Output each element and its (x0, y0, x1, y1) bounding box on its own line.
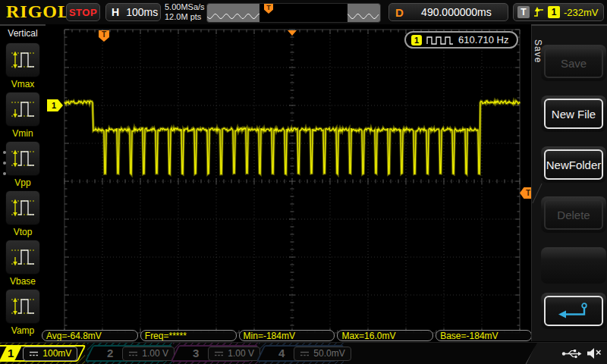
vmin-pulse-icon (10, 99, 36, 120)
right-menu: Save SaveNew FileNewFolderDelete (531, 26, 607, 341)
measurement-readout: Freq=***** (140, 330, 237, 341)
counter-value: 610.710 Hz (458, 34, 509, 46)
acquisition-info: 5.00MSa/s 12.0M pts (165, 2, 205, 22)
usb-icon (561, 348, 582, 359)
channel-tab-content[interactable]: 4 50.0mV (268, 345, 348, 362)
channel-scale-box: 50.0mV (294, 347, 351, 361)
vmin-button[interactable] (5, 92, 40, 127)
rising-edge-icon (533, 6, 544, 18)
run-state-badge[interactable]: STOP (66, 3, 100, 21)
channel-number: 1 (0, 347, 22, 360)
sidebar-item-vtop[interactable]: Vtop (0, 190, 46, 240)
horizontal-label: H (112, 6, 119, 18)
channel-scale-value: 100mV (42, 348, 71, 359)
vpp-pulse-icon (10, 148, 36, 169)
sidebar-item-label: Vmax (0, 79, 46, 89)
waveform-display: T 1 T 1 610.710 Hz Avg=-64.8mVFreq=*****… (46, 24, 531, 342)
channel-scale-value: 50.0mV (313, 348, 344, 359)
measurement-readout: Base=-184mV (436, 330, 532, 341)
measurement-readout: Avg=-64.8mV (42, 330, 138, 341)
channel-number: 4 (271, 347, 293, 360)
timebase-value: 100ms (126, 6, 158, 18)
counter-channel-badge: 1 (411, 35, 422, 46)
memory-position-bar: T (206, 3, 381, 23)
menu-slot: Delete (541, 196, 606, 233)
menu-button-delete[interactable]: Delete (544, 199, 603, 230)
channel-tab-content[interactable]: 1 100mV (0, 345, 85, 362)
sidebar-item-label: Vamp (0, 325, 46, 336)
left-menu-items: Vmax Vmin Vpp Vtop Vbase Vamp (0, 42, 46, 338)
channel-number-text: 1 (8, 347, 14, 360)
delay-value: 490.000000ms (421, 6, 492, 18)
menu-button-return[interactable] (544, 296, 603, 326)
status-icon-panel (525, 343, 607, 364)
menu-button-newfolder[interactable]: NewFolder (544, 149, 603, 180)
sidebar-item-vmax[interactable]: Vmax (0, 42, 46, 92)
channel-status-bar: 1 100mV2 1.00 V3 1.00 V4 50.0mV (0, 342, 607, 364)
return-arrow-icon (556, 301, 591, 321)
sidebar-item-vpp[interactable]: Vpp (0, 141, 46, 190)
channel-scale-box: 1.00 V (208, 347, 260, 361)
menu-slot: NewFolder (541, 146, 606, 183)
menu-button-new-file[interactable]: New File (544, 99, 603, 129)
trigger-box[interactable]: T 1 -232mV (513, 3, 604, 21)
sidebar-item-label: Vbase (0, 276, 46, 287)
center-delay-marker-icon (288, 30, 297, 36)
menu-slot (541, 247, 606, 284)
measurement-readout: Max=16.0mV (337, 330, 433, 341)
vbase-pulse-icon (10, 246, 36, 268)
dc-coupling-icon (214, 350, 224, 357)
sidebar-item-vmin[interactable]: Vmin (0, 92, 46, 141)
vtop-button[interactable] (5, 190, 40, 225)
channel-number-text: 2 (107, 347, 113, 360)
vpp-button[interactable] (5, 141, 40, 176)
sidebar-item-vamp[interactable]: Vamp (0, 289, 46, 338)
sidebar-item-label: Vpp (0, 177, 46, 188)
vmax-button[interactable] (5, 42, 40, 77)
trigger-label: T (517, 6, 530, 18)
dc-coupling-icon (300, 350, 310, 357)
horizontal-timebase-box[interactable]: H 100ms (105, 3, 161, 21)
speaker-muted-icon (587, 347, 602, 359)
memory-depth: 12.0M pts (165, 12, 205, 22)
square-wave-icon (426, 36, 454, 45)
left-menu-title: Vertical (0, 26, 46, 39)
sample-rate: 5.00MSa/s (165, 2, 205, 12)
frequency-counter: 1 610.710 Hz (404, 31, 518, 49)
top-status-bar: RIGOL STOP H 100ms 5.00MSa/s 12.0M pts T… (0, 0, 607, 26)
sidebar-item-vbase[interactable]: Vbase (0, 240, 46, 289)
channel-scale-box: 100mV (23, 347, 77, 361)
status-panel-divider (524, 341, 537, 364)
vmax-pulse-icon (10, 49, 36, 71)
menu-slot: Save (541, 45, 606, 81)
trigger-level-value: -232mV (564, 7, 599, 18)
dc-coupling-icon (29, 350, 39, 357)
channel-tab-content[interactable]: 2 1.00 V (96, 345, 176, 362)
menu-page-dot (3, 162, 6, 165)
sidebar-item-label: Vtop (0, 227, 46, 237)
channel-number: 2 (99, 347, 121, 360)
menu-slot: New File (541, 96, 606, 132)
measurement-readout: Min=-184mV (239, 330, 335, 341)
rigol-logo: RIGOL (6, 2, 71, 22)
vbase-button[interactable] (5, 240, 40, 275)
menu-page-dot (3, 172, 6, 175)
channel-number: 3 (185, 347, 207, 360)
channel-scale-value: 1.00 V (142, 348, 168, 359)
trigger-source-badge: 1 (548, 6, 560, 18)
channel-number-text: 4 (278, 347, 285, 360)
vamp-button[interactable] (5, 289, 40, 324)
channel-number-text: 3 (193, 347, 199, 360)
menu-button-save[interactable]: Save (544, 48, 603, 78)
ch1-waveform-trace (46, 24, 531, 342)
channel-tab-content[interactable]: 3 1.00 V (182, 345, 262, 362)
menu-page-dot (3, 151, 6, 154)
vtop-pulse-icon (10, 197, 36, 218)
delay-box[interactable]: D 490.000000ms (388, 3, 508, 21)
sidebar-item-label: Vmin (0, 128, 46, 139)
left-menu: Vertical Vmax Vmin Vpp Vtop Vbase Vamp (0, 26, 46, 341)
channel-scale-value: 1.00 V (228, 348, 254, 359)
delay-label: D (395, 6, 404, 19)
oscilloscope-screen: RIGOL STOP H 100ms 5.00MSa/s 12.0M pts T… (0, 0, 607, 364)
channel-scale-box: 1.00 V (122, 347, 175, 361)
